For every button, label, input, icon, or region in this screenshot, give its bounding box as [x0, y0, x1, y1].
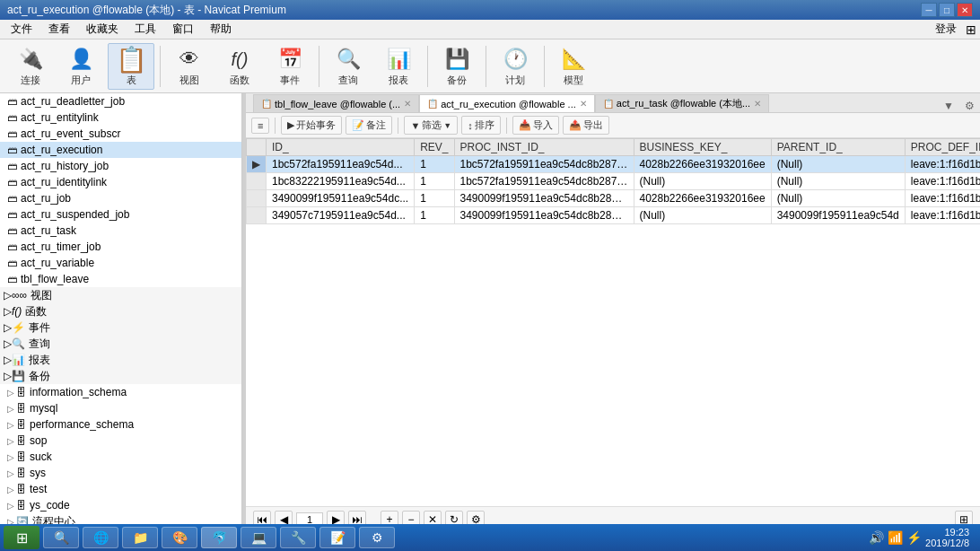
tab-task[interactable]: 📋 act_ru_task @flowable (本地... ✕: [595, 94, 769, 112]
menu-file[interactable]: 文件: [4, 20, 39, 39]
connect-button[interactable]: 🔌 连接: [7, 43, 54, 90]
report-button[interactable]: 📊 报表: [375, 43, 422, 90]
table-item-job[interactable]: 🗃 act_ru_job: [0, 190, 241, 206]
section-view[interactable]: ▷ ∞∞ 视图: [0, 287, 241, 303]
expand-icon[interactable]: ⊞: [966, 22, 976, 37]
db-sop[interactable]: ▷ 🗄 sop: [0, 433, 241, 449]
close-button[interactable]: ✕: [957, 3, 973, 17]
function-button[interactable]: f() 函数: [216, 43, 263, 90]
tab-flow-leave-close[interactable]: ✕: [404, 99, 411, 109]
cell-proc-inst-id-[interactable]: 1bc572fa195911ea9c54dc8b287b3603: [454, 173, 634, 190]
tab-flow-leave[interactable]: 📋 tbl_flow_leave @flowable (... ✕: [253, 94, 419, 112]
table-item-deadletter[interactable]: 🗃 act_ru_deadletter_job: [0, 93, 241, 109]
taskbar-browser[interactable]: 🌐: [83, 527, 118, 548]
cell-id-[interactable]: 3490099f195911ea9c54dc...: [267, 190, 415, 207]
taskbar-explorer[interactable]: 📁: [122, 527, 158, 548]
tray-icon-1[interactable]: 🔊: [869, 530, 884, 545]
taskbar-navicat[interactable]: 🐬: [201, 527, 237, 548]
menu-view[interactable]: 查看: [41, 20, 77, 39]
view-button[interactable]: 👁 视图: [166, 43, 213, 90]
export-button[interactable]: 📤 导出: [563, 116, 609, 135]
tray-icon-3[interactable]: ⚡: [906, 530, 922, 545]
model-button[interactable]: 📐 模型: [550, 43, 597, 90]
backup-button[interactable]: 💾 备份: [433, 43, 480, 90]
tab-task-close[interactable]: ✕: [754, 99, 761, 109]
maximize-button[interactable]: □: [939, 3, 955, 17]
table-item-flow-leave[interactable]: 🗃 tbl_flow_leave: [0, 271, 241, 287]
cell-rev-[interactable]: 1: [415, 207, 454, 224]
cell-business-key-[interactable]: (Null): [634, 173, 771, 190]
table-item-identitylink[interactable]: 🗃 act_ru_identitylink: [0, 174, 241, 190]
section-report[interactable]: ▷ 📊 报表: [0, 352, 241, 368]
db-performance-schema[interactable]: ▷ 🗄 performance_schema: [0, 416, 241, 433]
menu-tools[interactable]: 工具: [127, 20, 163, 39]
cell-rev-[interactable]: 1: [415, 156, 454, 173]
cell-business-key-[interactable]: 4028b2266ee31932016ee: [634, 156, 771, 173]
cell-rev-[interactable]: 1: [415, 173, 454, 190]
db-ys-code[interactable]: ▷ 🗄 ys_code: [0, 497, 241, 513]
table-row[interactable]: 3490099f195911ea9c54dc...13490099f195911…: [247, 190, 981, 207]
cell-business-key-[interactable]: (Null): [634, 207, 771, 224]
cell-parent-id-[interactable]: (Null): [771, 173, 905, 190]
db-suck[interactable]: ▷ 🗄 suck: [0, 449, 241, 465]
col-header-proc-inst-id[interactable]: PROC_INST_ID_: [454, 139, 634, 156]
start-button[interactable]: ⊞: [4, 526, 39, 549]
col-header-parent-id[interactable]: PARENT_ID_: [771, 139, 905, 156]
menu-window[interactable]: 窗口: [165, 20, 201, 39]
cell-proc-inst-id-[interactable]: 3490099f195911ea9c54dc8b287b3603: [454, 207, 634, 224]
tab-more-icon[interactable]: ▼: [938, 100, 959, 112]
col-header-business-key[interactable]: BUSINESS_KEY_: [634, 139, 771, 156]
data-grid[interactable]: ID_ REV_ PROC_INST_ID_ BUSINESS_KEY_ PAR…: [246, 138, 980, 506]
taskbar-paint[interactable]: 🎨: [162, 527, 197, 548]
table-item-event-subscr[interactable]: 🗃 act_ru_event_subscr: [0, 126, 241, 142]
db-test[interactable]: ▷ 🗄 test: [0, 481, 241, 497]
cell-id-[interactable]: 1bc572fa195911ea9c54d...: [267, 156, 415, 173]
begin-transaction-button[interactable]: ▶ 开始事务: [281, 116, 342, 135]
cell-proc-def-id-[interactable]: leave:1:f16d1b39195711e: [905, 173, 980, 190]
event-button[interactable]: 📅 事件: [267, 43, 313, 90]
taskbar-tool[interactable]: 🔧: [280, 527, 316, 548]
note-button[interactable]: 📝 备注: [346, 116, 392, 135]
cell-proc-inst-id-[interactable]: 3490099f195911ea9c54dc8b287b3603: [454, 190, 634, 207]
user-button[interactable]: 👤 用户: [57, 43, 104, 90]
cell-rev-[interactable]: 1: [415, 190, 454, 207]
tab-execution[interactable]: 📋 act_ru_execution @flowable ... ✕: [419, 94, 595, 113]
schedule-button[interactable]: 🕐 计划: [492, 43, 538, 90]
db-sys[interactable]: ▷ 🗄 sys: [0, 465, 241, 481]
table-item-execution[interactable]: 🗃 act_ru_execution: [0, 142, 241, 158]
table-row[interactable]: 349057c7195911ea9c54d...13490099f195911e…: [247, 207, 981, 224]
cell-parent-id-[interactable]: 3490099f195911ea9c54d: [771, 207, 905, 224]
table-button[interactable]: 📋 表: [108, 43, 154, 90]
section-event[interactable]: ▷ ⚡ 事件: [0, 319, 241, 336]
sort-button[interactable]: ↕ 排序: [461, 116, 501, 135]
section-query[interactable]: ▷ 🔍 查询: [0, 336, 241, 352]
minimize-button[interactable]: ─: [921, 3, 937, 17]
cell-proc-def-id-[interactable]: leave:1:f16d1b39195711e: [905, 190, 980, 207]
tray-icon-2[interactable]: 📶: [888, 530, 903, 545]
taskbar-clock[interactable]: 19:23 2019/12/8: [925, 527, 976, 548]
query-button[interactable]: 🔍 查询: [325, 43, 372, 90]
table-row[interactable]: ▶1bc572fa195911ea9c54d...11bc572fa195911…: [247, 156, 981, 173]
cell-id-[interactable]: 1bc83222195911ea9c54d...: [267, 173, 415, 190]
table-item-history-job[interactable]: 🗃 act_ru_history_job: [0, 158, 241, 174]
menu-help[interactable]: 帮助: [203, 20, 239, 39]
col-header-proc-def-id[interactable]: PROC_DEF_ID_: [905, 139, 980, 156]
menu-favorites[interactable]: 收藏夹: [79, 20, 126, 39]
cell-proc-inst-id-[interactable]: 1bc572fa195911ea9c54dc8b287b3603: [454, 156, 634, 173]
login-link[interactable]: 登录: [928, 20, 964, 39]
filter-button[interactable]: ▼ 筛选 ▼: [404, 116, 458, 135]
col-header-rev[interactable]: REV_: [415, 139, 454, 156]
table-item-suspended-job[interactable]: 🗃 act_ru_suspended_job: [0, 206, 241, 223]
tab-execution-close[interactable]: ✕: [580, 99, 587, 109]
cell-parent-id-[interactable]: (Null): [771, 190, 905, 207]
cell-parent-id-[interactable]: (Null): [771, 156, 905, 173]
table-row[interactable]: 1bc83222195911ea9c54d...11bc572fa195911e…: [247, 173, 981, 190]
cell-proc-def-id-[interactable]: leave:1:f16d1b39195711e: [905, 156, 980, 173]
import-button[interactable]: 📥 导入: [512, 116, 559, 135]
table-item-variable[interactable]: 🗃 act_ru_variable: [0, 255, 241, 271]
settings-icon[interactable]: ⚙: [959, 100, 980, 112]
taskbar-other[interactable]: ⚙: [359, 527, 395, 548]
taskbar-search[interactable]: 🔍: [43, 527, 79, 548]
db-information-schema[interactable]: ▷ 🗄 information_schema: [0, 384, 241, 400]
cell-proc-def-id-[interactable]: leave:1:f16d1b39195711e: [905, 207, 980, 224]
